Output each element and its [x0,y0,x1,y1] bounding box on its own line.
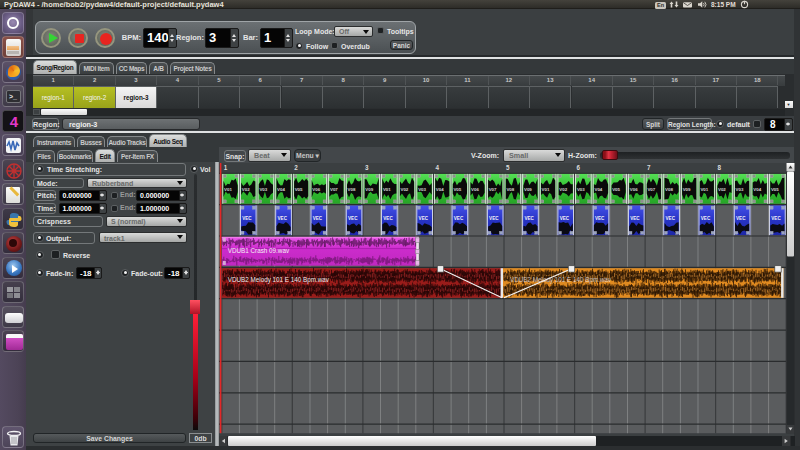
svg-text:VEC: VEC [524,216,534,221]
svg-text:V06: V06 [630,187,638,192]
svg-text:V01: V01 [542,187,550,192]
svg-text:V03: V03 [577,187,585,192]
svg-text:V02: V02 [242,187,250,192]
svg-text:VEC: VEC [419,216,429,221]
svg-text:V09: V09 [524,187,532,192]
svg-text:V06: V06 [471,187,479,192]
svg-text:VEC: VEC [701,216,711,221]
svg-text:V08: V08 [665,187,673,192]
svg-text:V05: V05 [612,187,620,192]
svg-text:5: 5 [506,164,510,171]
svg-text:8: 8 [718,164,722,171]
svg-text:VEC: VEC [242,216,252,221]
svg-text:V03: V03 [736,187,744,192]
svg-text:1: 1 [224,164,228,171]
svg-text:VEC: VEC [630,216,640,221]
svg-text:V05: V05 [453,187,461,192]
svg-text:VDUB2 Melody 101 E 140 Bpm.wav: VDUB2 Melody 101 E 140 Bpm.wav [510,276,612,284]
svg-text:V07: V07 [647,187,655,192]
svg-text:4: 4 [435,164,439,171]
svg-text:VEC: VEC [454,216,464,221]
svg-text:V09: V09 [683,187,691,192]
svg-text:VEC: VEC [560,216,570,221]
svg-text:V04: V04 [753,187,761,192]
svg-text:V04: V04 [277,187,285,192]
svg-text:V03: V03 [418,187,426,192]
svg-text:7: 7 [647,164,651,171]
svg-text:V04: V04 [436,187,444,192]
svg-text:VEC: VEC [348,216,358,221]
svg-text:VEC: VEC [771,216,781,221]
svg-text:3: 3 [365,164,369,171]
svg-text:V02: V02 [401,187,409,192]
svg-text:V05: V05 [295,187,303,192]
svg-text:6: 6 [577,164,581,171]
svg-text:VEC: VEC [595,216,605,221]
svg-text:VDUB2 Melody 101 E 140 Bpm.wav: VDUB2 Melody 101 E 140 Bpm.wav [228,276,330,284]
svg-text:VDUB1 Crash 09.wav: VDUB1 Crash 09.wav [228,247,290,254]
svg-text:V06: V06 [312,187,320,192]
svg-text:VEC: VEC [736,216,746,221]
svg-text:VEC: VEC [666,216,676,221]
svg-text:V04: V04 [595,187,603,192]
svg-text:V03: V03 [259,187,267,192]
svg-text:VEC: VEC [489,216,499,221]
svg-text:VEC: VEC [278,216,288,221]
svg-text:V08: V08 [348,187,356,192]
svg-text:VEC: VEC [313,216,323,221]
svg-text:2: 2 [294,164,298,171]
svg-text:V01: V01 [224,187,232,192]
svg-text:V02: V02 [718,187,726,192]
svg-text:V07: V07 [489,187,497,192]
svg-text:V08: V08 [506,187,514,192]
svg-text:V07: V07 [330,187,338,192]
svg-text:V02: V02 [559,187,567,192]
svg-text:V05: V05 [771,187,779,192]
svg-text:VEC: VEC [383,216,393,221]
svg-text:V01: V01 [700,187,708,192]
svg-text:V09: V09 [365,187,373,192]
svg-text:V01: V01 [383,187,391,192]
